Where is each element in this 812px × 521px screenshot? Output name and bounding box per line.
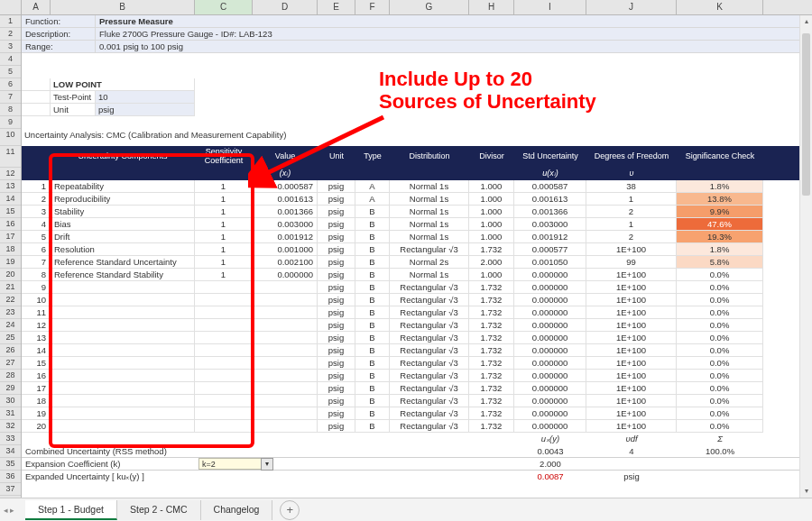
row-header-33[interactable]: 33	[0, 433, 21, 445]
cell[interactable]: 1E+100	[586, 370, 677, 382]
table-row[interactable]: 6Resolution10.001000psigBRectangular √31…	[22, 243, 812, 256]
cell[interactable]: 0.0%	[677, 281, 763, 294]
cell[interactable]: 20	[22, 420, 51, 433]
cell[interactable]: 1.732	[469, 294, 514, 306]
cell[interactable]: 0.0%	[677, 332, 763, 344]
cell[interactable]: 10	[22, 294, 51, 306]
col-header-J[interactable]: J	[586, 0, 677, 14]
col-header-D[interactable]: D	[253, 0, 318, 14]
col-header-K[interactable]: K	[677, 0, 763, 14]
cell[interactable]: B	[355, 332, 390, 344]
cell[interactable]: 0.000587	[514, 180, 586, 193]
cell[interactable]: B	[355, 269, 390, 281]
cell[interactable]	[51, 281, 195, 294]
cell[interactable]: 0.0%	[677, 395, 763, 407]
cell[interactable]: 1.732	[469, 420, 514, 433]
cell[interactable]: psig	[318, 218, 355, 231]
row-header-21[interactable]: 21	[0, 281, 21, 294]
cell[interactable]: 0.0%	[677, 294, 763, 306]
row-header-3[interactable]: 3	[0, 41, 21, 53]
cell[interactable]: 0.0%	[677, 382, 763, 395]
cell[interactable]	[253, 319, 318, 332]
cell[interactable]: A	[355, 193, 390, 206]
cell[interactable]: 0.000000	[514, 395, 586, 407]
cell[interactable]: psig	[318, 395, 355, 407]
cell[interactable]: psig	[318, 332, 355, 344]
cell[interactable]: B	[355, 256, 390, 269]
row-header-2[interactable]: 2	[0, 28, 21, 41]
meta-row[interactable]: Description:Fluke 2700G Pressure Gauge -…	[22, 28, 812, 41]
unit-row[interactable]: Unit psig	[22, 104, 812, 116]
k-dropdown[interactable]: k=2 ▾	[198, 458, 262, 470]
cell[interactable]: 0.001613	[253, 193, 318, 206]
cell[interactable]: psig	[318, 256, 355, 269]
meta-row[interactable]: Function:Pressure Measure	[22, 15, 812, 28]
cell[interactable]: 99	[586, 256, 677, 269]
cell[interactable]: psig	[318, 269, 355, 281]
cell[interactable]: Reference Standard Stability	[51, 269, 195, 281]
cell[interactable]: psig	[318, 294, 355, 306]
table-row[interactable]: 14psigBRectangular √31.7320.0000001E+100…	[22, 344, 812, 357]
cell[interactable]: Repeatability	[51, 180, 195, 193]
row-header-25[interactable]: 25	[0, 332, 21, 344]
add-sheet-button[interactable]: +	[280, 500, 300, 520]
row-header-30[interactable]: 30	[0, 395, 21, 407]
col-header-G[interactable]: G	[390, 0, 469, 14]
cell[interactable]: 1.8%	[677, 243, 763, 256]
cell[interactable]: 0.0%	[677, 407, 763, 420]
cell[interactable]: 0.0%	[677, 344, 763, 357]
cell[interactable]: Rectangular √3	[390, 357, 469, 370]
cell[interactable]: 1E+100	[586, 269, 677, 281]
cell[interactable]: 17	[22, 382, 51, 395]
cell[interactable]: 1.732	[469, 357, 514, 370]
cell[interactable]: 5.8%	[677, 256, 763, 269]
table-row[interactable]: 17psigBRectangular √31.7320.0000001E+100…	[22, 382, 812, 395]
cell[interactable]: B	[355, 407, 390, 420]
testpoint-row[interactable]: Test-Point 10	[22, 91, 812, 104]
cell[interactable]: B	[355, 294, 390, 306]
cell[interactable]	[253, 395, 318, 407]
cell[interactable]	[51, 420, 195, 433]
col-header-B[interactable]: B	[51, 0, 195, 14]
cell[interactable]: 0.001050	[514, 256, 586, 269]
cell[interactable]: 0.000000	[514, 294, 586, 306]
row-header-12[interactable]: 12	[0, 168, 21, 180]
cell[interactable]: 1.732	[469, 332, 514, 344]
table-row[interactable]: 10psigBRectangular √31.7320.0000001E+100…	[22, 294, 812, 306]
cell[interactable]	[195, 332, 253, 344]
cell[interactable]: 1.000	[469, 180, 514, 193]
table-row[interactable]: 8Reference Standard Stability10.000000ps…	[22, 269, 812, 281]
cell[interactable]	[253, 344, 318, 357]
cell[interactable]: A	[355, 180, 390, 193]
row-header-13[interactable]: 13	[0, 180, 21, 193]
cell[interactable]: 1.000	[469, 193, 514, 206]
column-headers[interactable]: ABCDEFGHIJK	[0, 0, 812, 15]
cell[interactable]: B	[355, 218, 390, 231]
cell[interactable]: 1.000	[469, 218, 514, 231]
cell[interactable]: 1	[195, 180, 253, 193]
cell[interactable]: 9.9%	[677, 206, 763, 218]
cell[interactable]: B	[355, 370, 390, 382]
scroll-thumb[interactable]	[802, 33, 810, 196]
meta-value[interactable]: Fluke 2700G Pressure Gauge - ID#: LAB-12…	[96, 28, 812, 41]
table-row[interactable]: 2Reproducibility10.001613psigANormal 1s1…	[22, 193, 812, 206]
cell[interactable]: 14	[22, 344, 51, 357]
cell[interactable]: B	[355, 357, 390, 370]
cell[interactable]: Normal 1s	[390, 193, 469, 206]
col-header-A[interactable]: A	[22, 0, 51, 14]
cell[interactable]: Rectangular √3	[390, 407, 469, 420]
cell[interactable]: 1E+100	[586, 319, 677, 332]
testpoint-value[interactable]: 10	[96, 91, 195, 104]
table-row[interactable]: 15psigBRectangular √31.7320.0000001E+100…	[22, 357, 812, 370]
cell[interactable]: 0.000000	[514, 319, 586, 332]
cell[interactable]: Rectangular √3	[390, 344, 469, 357]
cell[interactable]: 1	[195, 231, 253, 243]
cell[interactable]: Rectangular √3	[390, 281, 469, 294]
row-header-17[interactable]: 17	[0, 231, 21, 243]
cell[interactable]: B	[355, 382, 390, 395]
cell[interactable]: Normal 1s	[390, 180, 469, 193]
cell[interactable]: 1.732	[469, 407, 514, 420]
cell[interactable]: psig	[318, 281, 355, 294]
cell[interactable]: 1	[195, 256, 253, 269]
row-header-6[interactable]: 6	[0, 78, 21, 91]
